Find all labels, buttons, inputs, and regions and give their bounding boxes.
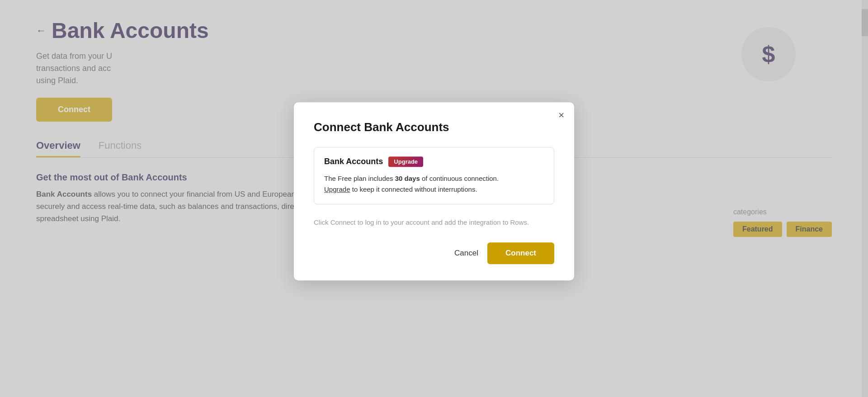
modal-close-button[interactable]: × [558, 110, 564, 120]
info-card-feature-name: Bank Accounts [324, 157, 383, 166]
cancel-button[interactable]: Cancel [454, 249, 478, 258]
upgrade-link[interactable]: Upgrade [324, 185, 350, 193]
modal-title: Connect Bank Accounts [314, 120, 554, 134]
info-card-header: Bank Accounts Upgrade [324, 156, 544, 167]
info-card-text-part2: of continuous connection. [420, 175, 499, 182]
upgrade-badge[interactable]: Upgrade [388, 156, 423, 167]
info-card-text-bold: 30 days [395, 175, 420, 182]
modal-connect-bank-accounts: × Connect Bank Accounts Bank Accounts Up… [294, 102, 574, 280]
modal-connect-button[interactable]: Connect [487, 242, 554, 264]
info-card-text-part1: The Free plan includes [324, 175, 395, 182]
info-card-text: The Free plan includes 30 days of contin… [324, 173, 544, 195]
info-card: Bank Accounts Upgrade The Free plan incl… [314, 147, 554, 204]
modal-actions: Cancel Connect [314, 242, 554, 264]
modal-helper-text: Click Connect to log in to your account … [314, 217, 554, 228]
info-card-text-part3: to keep it connected without interruptio… [350, 185, 477, 193]
